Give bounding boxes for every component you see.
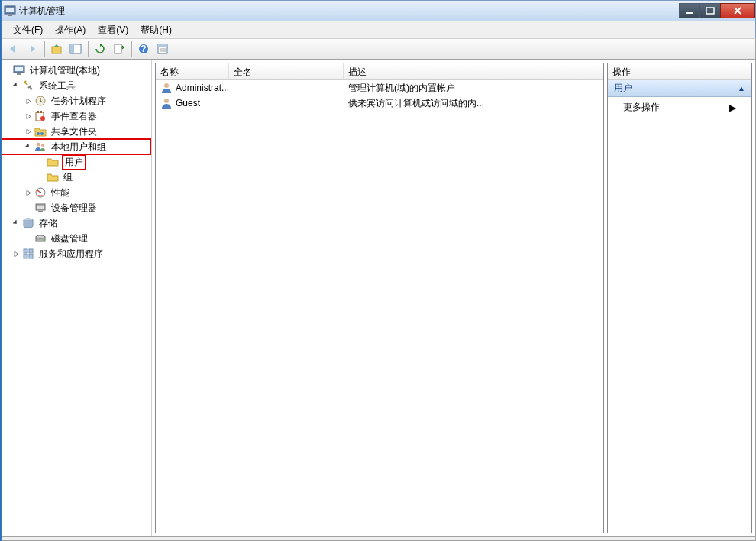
tree-groups[interactable]: 组 [1,170,151,185]
user-icon [160,82,173,94]
svg-rect-8 [115,44,121,53]
tree-label: 设备管理器 [50,201,99,215]
svg-rect-37 [29,249,33,253]
svg-rect-17 [17,73,21,75]
tree-label: 服务和应用程序 [37,247,105,261]
expander-icon[interactable] [24,112,33,121]
svg-point-34 [36,235,45,238]
clock-icon [34,95,47,107]
expander-icon[interactable] [24,96,33,105]
menu-help[interactable]: 帮助(H) [134,22,178,38]
svg-text:?: ? [141,44,146,54]
tree-label: 共享文件夹 [50,125,99,139]
svg-rect-4 [706,8,714,14]
tree-local-users-groups[interactable]: 本地用户和组 [1,139,151,154]
forward-button[interactable] [23,40,41,57]
help-button[interactable]: ? [134,40,153,57]
svg-rect-12 [158,44,167,47]
toolbar: ? [0,38,756,60]
expander-icon[interactable] [24,142,33,151]
svg-rect-21 [40,111,42,113]
tree-device-manager[interactable]: 设备管理器 [1,200,151,215]
performance-icon [34,186,47,199]
svg-point-41 [164,99,169,103]
svg-point-26 [41,144,44,147]
tree-shared-folders[interactable]: 共享文件夹 [1,124,151,139]
close-button[interactable] [720,3,755,18]
menu-bar: 文件(F) 操作(A) 查看(V) 帮助(H) [0,21,756,38]
properties-button[interactable] [153,40,172,57]
shared-folder-icon [34,125,47,138]
svg-rect-16 [15,67,23,71]
tree-system-tools[interactable]: 系统工具 [1,78,151,93]
collapse-arrow-icon: ▲ [738,84,745,92]
svg-rect-3 [686,12,693,14]
menu-view[interactable]: 查看(V) [92,22,134,38]
action-more[interactable]: 更多操作 ▶ [608,97,751,118]
expander-icon[interactable] [11,249,21,258]
tree-disk-management[interactable]: 磁盘管理 [1,231,151,246]
list-item[interactable]: Guest 供来宾访问计算机或访问域的内... [156,96,603,111]
tree-storage[interactable]: 存储 [1,215,151,231]
storage-icon [22,217,34,229]
expander-icon[interactable] [11,81,21,90]
list-body: Administrat... 管理计算机(域)的内置帐户 Guest 供来宾访问… [156,80,603,533]
expander-icon[interactable] [11,219,21,228]
tree-label: 本地用户和组 [50,140,108,154]
svg-rect-2 [8,15,12,16]
svg-rect-31 [38,211,43,212]
actions-header: 操作 [608,63,751,80]
svg-rect-30 [37,206,44,209]
list-pane: 名称 全名 描述 Administrat... 管理计算机(域)的内置帐户 Gu… [155,63,604,533]
svg-rect-1 [6,8,14,12]
tree-label: 事件查看器 [50,109,99,124]
tree-event-viewer[interactable]: 事件查看器 [1,109,151,124]
users-groups-icon [34,141,47,153]
tree-users[interactable]: 用户 [1,154,151,170]
tree-services-apps[interactable]: 服务和应用程序 [1,246,151,261]
svg-rect-36 [24,249,27,253]
back-button[interactable] [4,40,22,57]
tree-label: 系统工具 [37,79,77,93]
svg-point-22 [40,116,45,121]
svg-rect-5 [52,47,61,53]
menu-file[interactable]: 文件(F) [7,22,49,38]
refresh-button[interactable] [91,40,109,57]
expander-icon[interactable] [24,127,33,136]
svg-point-23 [37,132,40,135]
toolbar-separator [88,41,89,57]
svg-rect-39 [29,254,33,258]
tree-performance[interactable]: 性能 [1,185,151,200]
up-button[interactable] [47,40,66,57]
user-icon [160,97,173,109]
tree-task-scheduler[interactable]: 任务计划程序 [1,93,151,109]
actions-section[interactable]: 用户 ▲ [608,80,751,97]
cell-name: Guest [176,98,200,109]
column-description[interactable]: 描述 [344,63,603,79]
menu-action[interactable]: 操作(A) [49,22,92,38]
tree-label: 性能 [50,186,71,200]
desktop-left-edge [0,0,2,541]
event-icon [34,110,47,122]
svg-point-24 [40,132,44,135]
minimize-button[interactable] [679,3,700,18]
cell-desc: 管理计算机(域)的内置帐户 [348,82,455,95]
action-label: 更多操作 [623,101,660,114]
column-header-row: 名称 全名 描述 [156,63,603,80]
column-name[interactable]: 名称 [156,63,229,79]
title-bar: 计算机管理 [0,0,756,21]
expander-icon[interactable] [24,188,33,197]
window-title: 计算机管理 [19,5,680,18]
tree-label: 用户 [62,154,86,170]
tree-root[interactable]: 计算机管理(本地) [1,63,151,78]
export-list-button[interactable] [110,40,128,57]
toolbar-separator [44,41,45,57]
column-fullname[interactable]: 全名 [229,63,344,79]
submenu-arrow-icon: ▶ [729,102,736,113]
maximize-button[interactable] [699,3,721,18]
svg-rect-38 [24,254,27,258]
list-item[interactable]: Administrat... 管理计算机(域)的内置帐户 [156,80,603,96]
folder-icon [47,171,59,183]
show-hide-tree-button[interactable] [66,40,85,57]
cell-desc: 供来宾访问计算机或访问域的内... [348,97,484,110]
